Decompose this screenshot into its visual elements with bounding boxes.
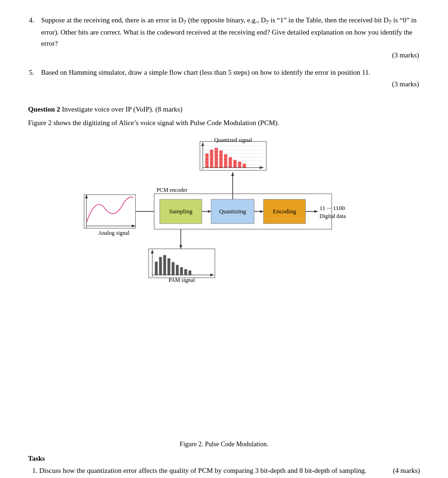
svg-rect-26 <box>200 141 266 170</box>
svg-rect-58 <box>189 271 191 275</box>
svg-rect-56 <box>180 267 183 275</box>
q4-number: 4. <box>29 16 34 24</box>
figure-caption: Figure 2. Pulse Code Modulation. <box>180 441 269 448</box>
svg-text:Quantizing: Quantizing <box>219 208 246 215</box>
svg-rect-28 <box>210 150 213 168</box>
task-1: Discuss how the quantization error affec… <box>39 465 420 476</box>
tasks-header: Tasks <box>28 455 420 463</box>
diagram-wrapper: Analog signal PCM encoder Sampling Quant… <box>79 140 369 289</box>
tasks-section: Tasks Discuss how the quantization error… <box>28 455 420 478</box>
svg-rect-57 <box>185 269 187 275</box>
svg-text:Digital data: Digital data <box>320 213 346 219</box>
question-2-section: Question 2 Investigate voice over IP (Vo… <box>28 104 420 129</box>
svg-marker-48 <box>179 245 182 249</box>
q5-marks: (3 marks) <box>41 79 419 90</box>
q5-number: 5. <box>29 69 34 76</box>
svg-rect-0 <box>84 195 135 228</box>
svg-text:Sampling: Sampling <box>169 208 192 215</box>
q5-text: Based on Hamming simulator, draw a simpl… <box>41 69 370 76</box>
pcm-figure: Analog signal PCM encoder Sampling Quant… <box>28 140 420 448</box>
question-4: 4. Suppose at the receiving end, there i… <box>28 14 420 62</box>
svg-text:11 ··· 1100: 11 ··· 1100 <box>320 204 345 211</box>
task1-text: Discuss how the quantization error affec… <box>39 467 367 474</box>
q2-figure-desc: Figure 2 shows the digitizing of Alice’s… <box>28 118 420 128</box>
svg-text:PAM signal: PAM signal <box>168 277 195 283</box>
svg-rect-53 <box>168 259 170 275</box>
q2-title: Investigate voice over IP (VoIP). (8 mar… <box>60 105 183 113</box>
svg-rect-33 <box>234 160 236 168</box>
svg-text:Analog signal: Analog signal <box>98 230 130 236</box>
svg-marker-25 <box>231 172 234 176</box>
svg-rect-32 <box>229 157 232 168</box>
svg-rect-54 <box>172 262 174 275</box>
svg-text:Encoding: Encoding <box>273 208 296 215</box>
svg-rect-35 <box>243 164 246 168</box>
q4-marks: (3 marks) <box>41 50 419 61</box>
svg-rect-30 <box>220 151 222 168</box>
svg-text:Quantized signal: Quantized signal <box>214 137 252 143</box>
q2-header-label: Question 2 <box>28 105 60 113</box>
task1-marks: (4 marks) <box>393 465 420 476</box>
diagram-svg: Analog signal PCM encoder Sampling Quant… <box>79 140 369 289</box>
svg-rect-27 <box>206 154 208 168</box>
svg-text:PCM encoder: PCM encoder <box>156 187 187 193</box>
svg-rect-50 <box>155 262 157 275</box>
svg-rect-29 <box>215 148 218 168</box>
svg-rect-55 <box>176 265 178 275</box>
tasks-list: Discuss how the quantization error affec… <box>39 465 420 478</box>
q4-text: Suppose at the receiving end, there is a… <box>41 16 417 47</box>
question-5: 5. Based on Hamming simulator, draw a si… <box>28 66 420 91</box>
q2-header: Question 2 Investigate voice over IP (Vo… <box>28 104 420 115</box>
svg-rect-52 <box>164 255 166 275</box>
svg-rect-51 <box>159 257 162 275</box>
